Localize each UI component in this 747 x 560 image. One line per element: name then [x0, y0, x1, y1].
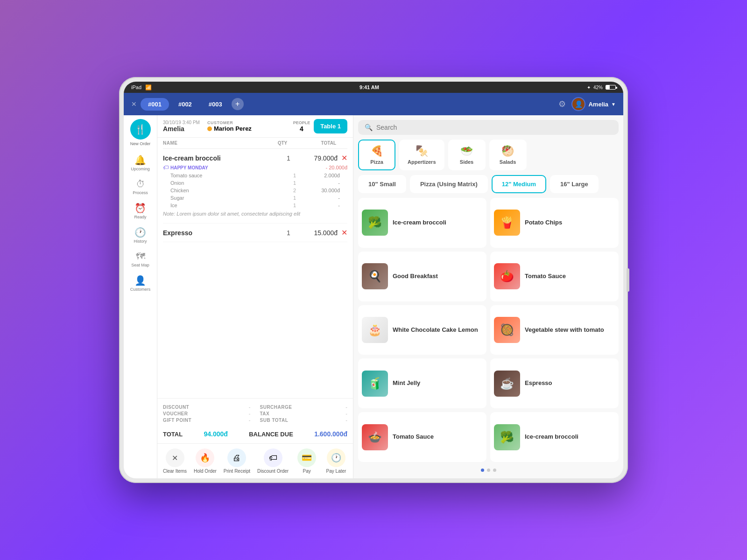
menu-item-stew[interactable]: 🥘 Vegetable stew with tomato: [490, 305, 619, 355]
page-dot-1[interactable]: [481, 469, 484, 472]
totals-grid: DISCOUNT - SURCHARGE - VOUCHER - TAX: [163, 404, 347, 423]
sidebar-item-customers[interactable]: 👤 Customers: [124, 271, 157, 295]
size-matrix[interactable]: Pizza (Using Matrix): [410, 175, 488, 193]
process-label: Process: [133, 190, 148, 195]
delete-item-2[interactable]: ✕: [341, 228, 347, 237]
print-receipt-button[interactable]: 🖨 Print Receipt: [224, 448, 250, 474]
sidebar-item-process[interactable]: ⏱ Process: [124, 175, 157, 199]
status-bar: iPad 📶 9:41 AM ✦ 42%: [124, 82, 623, 93]
hold-icon-circle: 🔥: [196, 448, 214, 467]
modifier-sugar-name: Sugar: [170, 195, 287, 201]
menu-item-espresso[interactable]: ☕ Espresso: [490, 358, 619, 408]
side-button[interactable]: [627, 268, 629, 292]
size-large[interactable]: 16" Large: [550, 175, 599, 193]
order-items: NAME QTY TOTAL Ice-cream broccoli 1 79.0…: [157, 138, 353, 398]
battery-indicator: [606, 85, 616, 90]
modifier-ice-name: Ice: [170, 203, 287, 208]
menu-item-name-icebroc: Ice-cream broccoli: [393, 219, 446, 227]
size-small[interactable]: 10" Small: [358, 175, 406, 193]
tab-001[interactable]: #001: [141, 98, 169, 111]
order-header: 30/10/19 3:40 PM Amelia CUSTOMER Marion …: [157, 115, 353, 138]
upcoming-icon: 🔔: [134, 154, 146, 166]
menu-item-name-icecream2: Ice-cream broccoli: [525, 433, 578, 441]
page-dot-3[interactable]: [493, 469, 496, 472]
print-icon-circle: 🖨: [227, 448, 246, 467]
category-sides[interactable]: 🥗 Sides: [448, 140, 486, 170]
avatar: 👤: [571, 97, 585, 111]
category-salads[interactable]: 🥙 Salads: [489, 140, 527, 170]
order-totals: DISCOUNT - SURCHARGE - VOUCHER - TAX: [157, 398, 353, 443]
pay-button[interactable]: 💳 Pay: [296, 448, 318, 474]
tab-add-button[interactable]: +: [232, 98, 244, 110]
tax-value: -: [345, 411, 347, 416]
clear-items-button[interactable]: ✕ Clear Items: [163, 448, 187, 474]
menu-thumb-jelly: 🧃: [362, 371, 388, 397]
customers-icon: 👤: [134, 275, 146, 286]
user-avatar-container[interactable]: 👤 Amelia ▼: [571, 97, 616, 111]
sidebar-item-upcoming[interactable]: 🔔 Upcoming: [124, 151, 157, 175]
total-amount: 94.000đ: [204, 430, 227, 438]
tab-003[interactable]: #003: [201, 98, 230, 111]
modifier-sugar-qty: 1: [287, 195, 303, 201]
menu-item-tomato[interactable]: 🍅 Tomato Sauce: [490, 252, 619, 301]
giftpoint-label: GIFT POINT: [163, 418, 191, 423]
sidebar-item-ready[interactable]: ⏰ Ready: [124, 199, 157, 223]
category-pizza[interactable]: 🍕 Pizza: [358, 140, 395, 170]
totals-subtotal: SUB TOTAL -: [260, 417, 348, 423]
size-medium[interactable]: 12" Medium: [492, 175, 546, 193]
table-button[interactable]: Table 1: [314, 119, 347, 133]
hold-order-button[interactable]: 🔥 Hold Order: [194, 448, 217, 474]
sides-label: Sides: [460, 159, 473, 165]
order-item-main-2: Expresso 1 15.000đ ✕: [163, 228, 347, 237]
tax-label: TAX: [260, 411, 270, 416]
salads-icon: 🥙: [501, 145, 514, 157]
col-qty-header: QTY: [271, 140, 294, 146]
salads-label: Salads: [500, 159, 516, 165]
category-appetizers[interactable]: 🍢 Appertizers: [399, 140, 444, 170]
sidebar-item-history[interactable]: 🕐 History: [124, 223, 157, 247]
totals-tax: TAX -: [260, 411, 348, 416]
menu-item-jelly[interactable]: 🧃 Mint Jelly: [358, 358, 486, 408]
user-name: Amelia: [588, 101, 608, 108]
menu-item-breakfast[interactable]: 🍳 Good Breakfast: [358, 252, 486, 301]
paylater-icon: 🕐: [331, 453, 341, 463]
clear-label: Clear Items: [163, 469, 187, 474]
settings-icon[interactable]: ⚙: [558, 99, 566, 109]
menu-panel: 🔍 🍕 Pizza 🍢 Appertizers 🥗 Side: [353, 115, 623, 478]
customer-dot: [207, 126, 212, 131]
menu-item-chips[interactable]: 🍟 Potato Chips: [490, 198, 619, 248]
action-bar: ✕ Clear Items 🔥 Hold Order 🖨: [157, 443, 353, 478]
delete-item-1[interactable]: ✕: [341, 154, 347, 162]
search-bar[interactable]: 🔍: [358, 120, 619, 135]
discount-order-button[interactable]: 🏷 Discount Order: [257, 448, 289, 474]
people-count: 4: [300, 125, 303, 133]
menu-item-name-breakfast: Good Breakfast: [393, 273, 438, 280]
menu-item-name-chips: Potato Chips: [525, 219, 562, 227]
history-label: History: [134, 239, 147, 244]
history-icon: 🕐: [134, 227, 146, 238]
tab-002[interactable]: #002: [171, 98, 199, 111]
menu-item-icebroc[interactable]: 🥦 Ice-cream broccoli: [358, 198, 486, 248]
modifier-chicken-qty: 2: [287, 188, 303, 193]
modifier-tomato: Tomato sauce 1 2.000đ: [163, 172, 347, 179]
order-item-1: Ice-cream broccoli 1 79.000đ ✕ 🏷 HAPPY M…: [163, 149, 347, 224]
modifier-chicken-name: Chicken: [170, 188, 287, 193]
menu-item-cake[interactable]: 🎂 White Chocolate Cake Lemon: [358, 305, 486, 355]
seatmap-icon: 🗺: [136, 251, 145, 262]
nav-right: ⚙ 👤 Amelia ▼: [558, 97, 616, 111]
menu-item-name-stew: Vegetable stew with tomato: [525, 326, 604, 334]
pay-icon: 💳: [302, 453, 312, 463]
sides-icon: 🥗: [460, 145, 473, 157]
sidebar-item-seatmap[interactable]: 🗺 Seat Map: [124, 247, 157, 271]
ipad-screen: iPad 📶 9:41 AM ✦ 42% ✕ #001 #002 #003 + …: [124, 82, 623, 478]
page-dot-2[interactable]: [487, 469, 490, 472]
menu-thumb-chips: 🍟: [494, 210, 520, 236]
search-input[interactable]: [376, 124, 612, 131]
tab-close-icon[interactable]: ✕: [131, 100, 137, 108]
menu-item-icecream2[interactable]: 🥦 Ice-cream broccoli: [490, 412, 619, 462]
menu-item-sauce2[interactable]: 🍲 Tomato Sauce: [358, 412, 486, 462]
sidebar-logo[interactable]: 🍴: [130, 119, 151, 140]
modifier-tomato-name: Tomato sauce: [170, 173, 287, 178]
pay-later-button[interactable]: 🕐 Pay Later: [325, 448, 347, 474]
subtotal-value: -: [345, 417, 347, 423]
